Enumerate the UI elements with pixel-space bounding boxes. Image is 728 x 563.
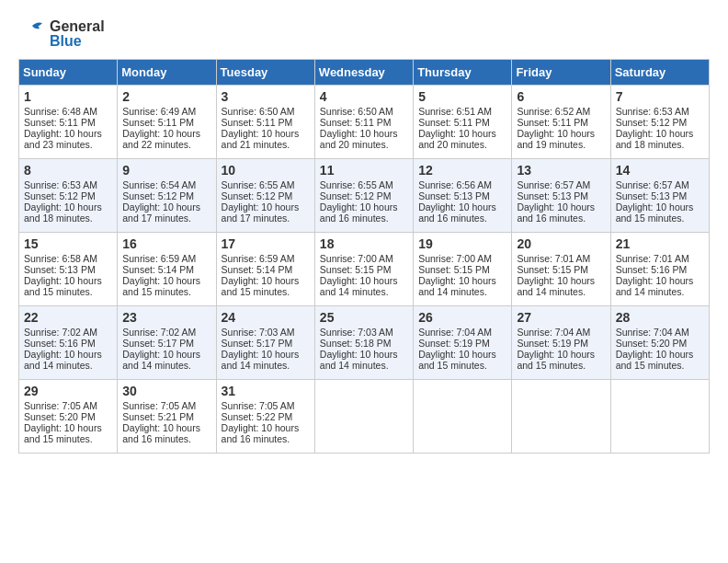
sunset-text: Sunset: 5:12 PM bbox=[222, 190, 310, 201]
daylight-text: Daylight: 10 hours and 17 minutes. bbox=[122, 201, 210, 224]
day-number: 5 bbox=[418, 89, 506, 104]
sunset-text: Sunset: 5:14 PM bbox=[222, 264, 310, 275]
logo-bird-icon bbox=[18, 18, 46, 50]
daylight-text: Daylight: 10 hours and 23 minutes. bbox=[24, 128, 112, 150]
calendar-cell: 7Sunrise: 6:53 AMSunset: 5:12 PMDaylight… bbox=[610, 86, 709, 159]
daylight-text: Daylight: 10 hours and 18 minutes. bbox=[616, 128, 704, 150]
daylight-text: Daylight: 10 hours and 14 minutes. bbox=[616, 275, 704, 297]
sunrise-text: Sunrise: 7:02 AM bbox=[24, 327, 112, 338]
calendar-cell: 31Sunrise: 7:05 AMSunset: 5:22 PMDayligh… bbox=[216, 380, 314, 454]
col-header-friday: Friday bbox=[512, 60, 610, 86]
calendar-cell: 13Sunrise: 6:57 AMSunset: 5:13 PMDayligh… bbox=[512, 159, 610, 233]
logo: General Blue bbox=[18, 18, 105, 50]
calendar-cell: 24Sunrise: 7:03 AMSunset: 5:17 PMDayligh… bbox=[216, 306, 314, 380]
sunrise-text: Sunrise: 6:53 AM bbox=[616, 106, 704, 117]
sunset-text: Sunset: 5:11 PM bbox=[24, 117, 112, 128]
calendar-cell: 22Sunrise: 7:02 AMSunset: 5:16 PMDayligh… bbox=[19, 306, 118, 380]
day-number: 12 bbox=[418, 163, 506, 178]
daylight-text: Daylight: 10 hours and 16 minutes. bbox=[122, 422, 210, 444]
col-header-monday: Monday bbox=[118, 60, 216, 86]
day-number: 8 bbox=[24, 163, 112, 178]
header-row: SundayMondayTuesdayWednesdayThursdayFrid… bbox=[19, 60, 710, 86]
daylight-text: Daylight: 10 hours and 16 minutes. bbox=[517, 201, 605, 224]
sunset-text: Sunset: 5:11 PM bbox=[222, 117, 310, 128]
day-number: 6 bbox=[517, 89, 605, 104]
calendar-week-3: 15Sunrise: 6:58 AMSunset: 5:13 PMDayligh… bbox=[19, 233, 710, 306]
day-number: 24 bbox=[222, 310, 310, 325]
logo-general: General bbox=[50, 19, 105, 34]
calendar-week-2: 8Sunrise: 6:53 AMSunset: 5:12 PMDaylight… bbox=[19, 159, 710, 233]
sunset-text: Sunset: 5:17 PM bbox=[122, 338, 210, 349]
day-number: 20 bbox=[517, 236, 605, 251]
calendar-table: SundayMondayTuesdayWednesdayThursdayFrid… bbox=[18, 59, 710, 454]
col-header-thursday: Thursday bbox=[414, 60, 512, 86]
daylight-text: Daylight: 10 hours and 16 minutes. bbox=[418, 201, 506, 224]
calendar-cell: 9Sunrise: 6:54 AMSunset: 5:12 PMDaylight… bbox=[118, 159, 216, 233]
calendar-cell: 23Sunrise: 7:02 AMSunset: 5:17 PMDayligh… bbox=[118, 306, 216, 380]
daylight-text: Daylight: 10 hours and 20 minutes. bbox=[418, 128, 506, 150]
sunset-text: Sunset: 5:16 PM bbox=[616, 264, 704, 275]
sunrise-text: Sunrise: 6:49 AM bbox=[122, 106, 210, 117]
daylight-text: Daylight: 10 hours and 16 minutes. bbox=[222, 422, 310, 444]
day-number: 26 bbox=[418, 310, 506, 325]
sunrise-text: Sunrise: 7:01 AM bbox=[616, 253, 704, 264]
sunrise-text: Sunrise: 7:04 AM bbox=[517, 327, 605, 338]
calendar-cell: 4Sunrise: 6:50 AMSunset: 5:11 PMDaylight… bbox=[314, 86, 413, 159]
day-number: 11 bbox=[320, 163, 408, 178]
sunset-text: Sunset: 5:13 PM bbox=[24, 264, 112, 275]
sunrise-text: Sunrise: 7:02 AM bbox=[122, 327, 210, 338]
day-number: 13 bbox=[517, 163, 605, 178]
sunset-text: Sunset: 5:20 PM bbox=[616, 338, 704, 349]
logo-container: General Blue bbox=[18, 18, 105, 50]
daylight-text: Daylight: 10 hours and 20 minutes. bbox=[320, 128, 408, 150]
logo-blue: Blue bbox=[50, 34, 105, 49]
day-number: 31 bbox=[222, 384, 310, 398]
daylight-text: Daylight: 10 hours and 14 minutes. bbox=[320, 275, 408, 297]
sunset-text: Sunset: 5:20 PM bbox=[24, 411, 112, 422]
sunrise-text: Sunrise: 6:56 AM bbox=[418, 179, 506, 190]
sunset-text: Sunset: 5:19 PM bbox=[517, 338, 605, 349]
daylight-text: Daylight: 10 hours and 15 minutes. bbox=[24, 422, 112, 444]
calendar-cell: 1Sunrise: 6:48 AMSunset: 5:11 PMDaylight… bbox=[19, 86, 118, 159]
daylight-text: Daylight: 10 hours and 16 minutes. bbox=[320, 201, 408, 224]
col-header-tuesday: Tuesday bbox=[216, 60, 314, 86]
sunrise-text: Sunrise: 6:58 AM bbox=[24, 253, 112, 264]
calendar-cell: 26Sunrise: 7:04 AMSunset: 5:19 PMDayligh… bbox=[414, 306, 512, 380]
sunrise-text: Sunrise: 7:00 AM bbox=[418, 253, 506, 264]
sunset-text: Sunset: 5:17 PM bbox=[222, 338, 310, 349]
day-number: 10 bbox=[222, 163, 310, 178]
day-number: 3 bbox=[222, 89, 310, 104]
sunset-text: Sunset: 5:12 PM bbox=[24, 190, 112, 201]
calendar-cell: 3Sunrise: 6:50 AMSunset: 5:11 PMDaylight… bbox=[216, 86, 314, 159]
sunrise-text: Sunrise: 7:01 AM bbox=[517, 253, 605, 264]
sunset-text: Sunset: 5:18 PM bbox=[320, 338, 408, 349]
calendar-cell: 14Sunrise: 6:57 AMSunset: 5:13 PMDayligh… bbox=[610, 159, 709, 233]
calendar-cell: 6Sunrise: 6:52 AMSunset: 5:11 PMDaylight… bbox=[512, 86, 610, 159]
day-number: 30 bbox=[122, 384, 210, 398]
sunset-text: Sunset: 5:11 PM bbox=[418, 117, 506, 128]
daylight-text: Daylight: 10 hours and 15 minutes. bbox=[616, 349, 704, 371]
calendar-cell: 11Sunrise: 6:55 AMSunset: 5:12 PMDayligh… bbox=[314, 159, 413, 233]
calendar-week-4: 22Sunrise: 7:02 AMSunset: 5:16 PMDayligh… bbox=[19, 306, 710, 380]
col-header-wednesday: Wednesday bbox=[314, 60, 413, 86]
day-number: 19 bbox=[418, 236, 506, 251]
sunset-text: Sunset: 5:16 PM bbox=[24, 338, 112, 349]
col-header-sunday: Sunday bbox=[19, 60, 118, 86]
sunset-text: Sunset: 5:11 PM bbox=[320, 117, 408, 128]
daylight-text: Daylight: 10 hours and 14 minutes. bbox=[24, 349, 112, 371]
sunrise-text: Sunrise: 6:51 AM bbox=[418, 106, 506, 117]
sunrise-text: Sunrise: 7:04 AM bbox=[616, 327, 704, 338]
calendar-week-1: 1Sunrise: 6:48 AMSunset: 5:11 PMDaylight… bbox=[19, 86, 710, 159]
sunrise-text: Sunrise: 7:03 AM bbox=[222, 327, 310, 338]
day-number: 2 bbox=[122, 89, 210, 104]
daylight-text: Daylight: 10 hours and 15 minutes. bbox=[222, 275, 310, 297]
calendar-cell: 30Sunrise: 7:05 AMSunset: 5:21 PMDayligh… bbox=[118, 380, 216, 454]
sunset-text: Sunset: 5:13 PM bbox=[418, 190, 506, 201]
sunrise-text: Sunrise: 6:48 AM bbox=[24, 106, 112, 117]
sunrise-text: Sunrise: 7:04 AM bbox=[418, 327, 506, 338]
calendar-cell: 20Sunrise: 7:01 AMSunset: 5:15 PMDayligh… bbox=[512, 233, 610, 306]
sunrise-text: Sunrise: 6:50 AM bbox=[222, 106, 310, 117]
day-number: 18 bbox=[320, 236, 408, 251]
sunset-text: Sunset: 5:15 PM bbox=[517, 264, 605, 275]
sunrise-text: Sunrise: 6:55 AM bbox=[320, 179, 408, 190]
